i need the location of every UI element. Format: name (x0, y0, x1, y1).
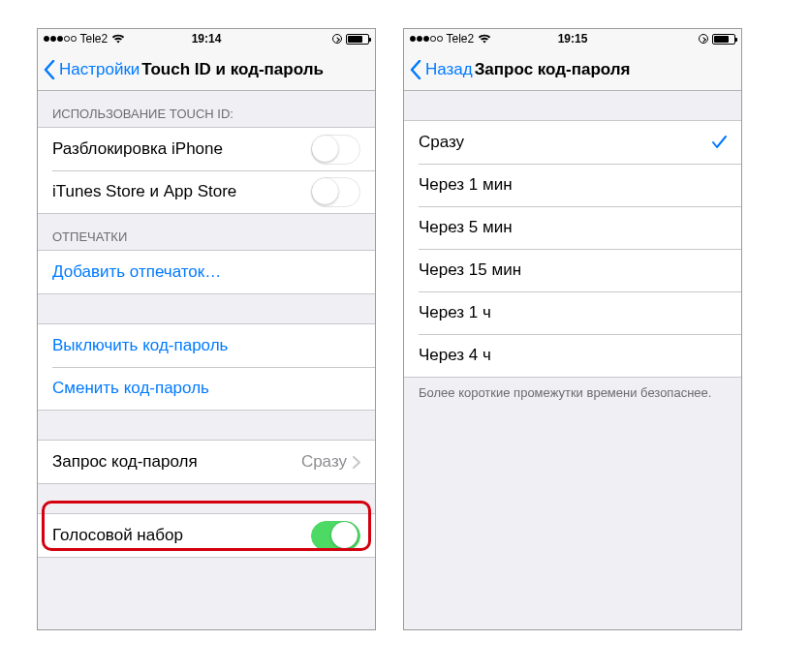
carrier-label: Tele2 (80, 32, 109, 46)
option-label: Через 4 ч (419, 346, 727, 365)
touchid-group: Разблокировка iPhone iTunes Store и App … (38, 127, 375, 214)
row-label: Добавить отпечаток… (52, 262, 360, 282)
section-header-fingerprints: ОТПЕЧАТКИ (38, 214, 375, 250)
section-header-touchid: ИСПОЛЬЗОВАНИЕ TOUCH ID: (38, 91, 375, 127)
orientation-lock-icon (332, 34, 342, 44)
row-detail-value: Сразу (301, 452, 347, 472)
chevron-right-icon (353, 456, 360, 469)
option-label: Через 15 мин (419, 260, 727, 280)
toggle-unlock-iphone[interactable] (311, 135, 360, 165)
row-label: Запрос код-пароля (52, 452, 301, 472)
battery-icon (346, 34, 369, 45)
back-button[interactable]: Назад (410, 60, 473, 79)
row-turn-off-passcode[interactable]: Выключить код-пароль (38, 324, 375, 367)
row-change-passcode[interactable]: Сменить код-пароль (38, 367, 375, 410)
status-bar: Tele2 19:14 (38, 29, 375, 48)
row-add-fingerprint[interactable]: Добавить отпечаток… (38, 251, 375, 293)
option-row[interactable]: Через 15 мин (404, 249, 741, 291)
row-label: Голосовой набор (52, 526, 311, 545)
left-screenshot: Tele2 19:14 Настройки Touch ID и код-пар… (37, 28, 376, 630)
status-right (699, 34, 735, 45)
status-bar: Tele2 19:15 (404, 29, 741, 48)
back-label: Настройки (59, 60, 140, 79)
section-footer: Более короткие промежутки времени безопа… (404, 378, 741, 408)
option-label: Через 1 ч (419, 303, 727, 322)
options-group: Сразу Через 1 мин Через 5 мин Через 15 м… (404, 120, 741, 378)
row-label: iTunes Store и App Store (52, 182, 311, 201)
page-title: Touch ID и код-пароль (141, 60, 324, 79)
status-time: 19:14 (192, 32, 222, 46)
signal-strength-icon (410, 36, 443, 42)
row-label: Сменить код-пароль (52, 379, 360, 398)
option-label: Через 5 мин (419, 218, 727, 237)
row-label: Выключить код-пароль (52, 336, 360, 355)
option-label: Сразу (419, 133, 712, 152)
require-passcode-group: Запрос код-пароля Сразу (38, 440, 375, 484)
row-unlock-iphone[interactable]: Разблокировка iPhone (38, 128, 375, 170)
orientation-lock-icon (699, 34, 708, 44)
carrier-label: Tele2 (447, 32, 475, 46)
wifi-icon (111, 34, 125, 44)
signal-strength-icon (44, 36, 77, 42)
chevron-left-icon (44, 60, 55, 79)
toggle-voice-dial[interactable] (311, 521, 360, 551)
status-time: 19:15 (558, 32, 588, 46)
wifi-icon (478, 34, 491, 44)
passcode-actions-group: Выключить код-пароль Сменить код-пароль (38, 323, 375, 411)
voice-dial-group: Голосовой набор (38, 513, 375, 558)
option-row[interactable]: Через 1 ч (404, 291, 741, 334)
row-require-passcode[interactable]: Запрос код-пароля Сразу (38, 441, 375, 483)
navigation-bar: Настройки Touch ID и код-пароль (38, 48, 375, 91)
option-label: Через 1 мин (419, 175, 727, 195)
status-right (332, 34, 369, 45)
fingerprints-group: Добавить отпечаток… (38, 250, 375, 294)
battery-icon (712, 34, 735, 45)
row-itunes-appstore[interactable]: iTunes Store и App Store (38, 170, 375, 213)
option-row[interactable]: Сразу (404, 121, 741, 164)
row-voice-dial[interactable]: Голосовой набор (38, 514, 375, 557)
option-row[interactable]: Через 1 мин (404, 164, 741, 206)
row-label: Разблокировка iPhone (52, 139, 311, 159)
back-button[interactable]: Настройки (44, 60, 140, 79)
page-title: Запрос код-пароля (475, 60, 631, 79)
navigation-bar: Назад Запрос код-пароля (404, 48, 741, 91)
back-label: Назад (425, 60, 473, 79)
chevron-left-icon (410, 60, 421, 79)
toggle-itunes-appstore[interactable] (311, 177, 360, 207)
option-row[interactable]: Через 4 ч (404, 334, 741, 377)
option-row[interactable]: Через 5 мин (404, 206, 741, 249)
checkmark-icon (712, 136, 727, 149)
right-screenshot: Tele2 19:15 Назад Запрос код-пароля Сраз… (403, 28, 742, 630)
